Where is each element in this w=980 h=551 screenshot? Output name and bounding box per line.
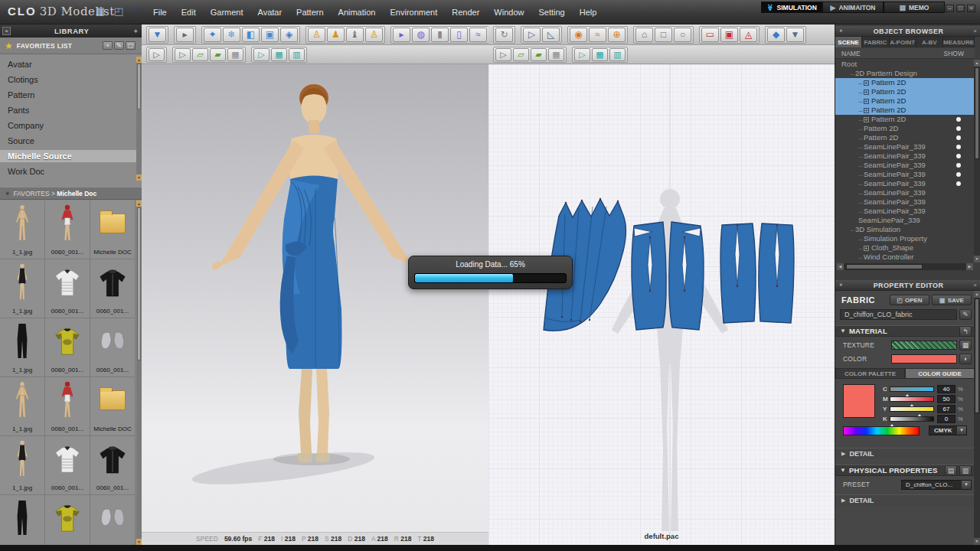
visibility-dot-icon[interactable] (956, 145, 961, 149)
color-swatch[interactable] (891, 354, 957, 364)
tab-scene[interactable]: SCENE (835, 37, 862, 47)
avatar-skeleton-icon[interactable]: ♝ (346, 28, 364, 42)
simulation-button[interactable]: ≫SIMULATION (761, 2, 822, 13)
tree-item-pattern-2d[interactable]: ---Pattern 2D (835, 106, 975, 115)
library-item-pants[interactable]: 1_1.jpg (0, 495, 45, 545)
rectangle-tool-icon[interactable]: □ (655, 28, 672, 42)
library-item-tee[interactable]: 0060_001... (45, 495, 90, 545)
avatar-walk-icon[interactable]: ♙ (308, 28, 325, 42)
texture-browse-icon[interactable]: ▦ (959, 340, 972, 350)
library-close-icon[interactable]: × (2, 27, 11, 35)
value-k[interactable]: 0 (937, 415, 956, 423)
tree-item-simulation-property[interactable]: ---Simulation Property (835, 234, 975, 243)
menu-garment[interactable]: Garment (211, 8, 243, 17)
fabric-name-field[interactable]: D_chiffon_CLO_fabric (840, 309, 957, 320)
library-item-tee[interactable]: 0060_001... (45, 318, 90, 377)
edit-favorite-button[interactable]: ✎ (114, 41, 124, 50)
material-detail-toggle[interactable]: ▶ DETAIL (835, 448, 975, 459)
avatar-pose-icon[interactable]: ♟ (327, 28, 345, 42)
menu-avatar[interactable]: Avatar (258, 8, 283, 17)
color-mode-dropdown[interactable]: CMYK ▼ (929, 425, 967, 435)
import-arrow-icon[interactable]: ▼ (149, 28, 166, 42)
visibility-dot-icon[interactable] (956, 163, 961, 168)
fabric-edit-icon[interactable]: ✎ (959, 309, 972, 320)
library-item-jacket[interactable]: 0060_001... (90, 259, 136, 318)
tree-item-seamlinepair_339[interactable]: ---SeamLinePair_339 (835, 188, 975, 197)
edit-curve-icon[interactable]: ≈ (589, 28, 606, 42)
quilt-icon[interactable]: ▣ (261, 28, 279, 42)
property-editor-pin-icon[interactable]: ✦ (838, 282, 844, 289)
menu-window[interactable]: Window (494, 8, 524, 17)
tree-item-pattern-2d[interactable]: ---Pattern 2D (835, 124, 975, 133)
physical-collapse-icon[interactable]: ▼ (840, 467, 846, 474)
library-item-polo[interactable]: 0060_001... (45, 259, 90, 318)
expand-plus-icon[interactable] (864, 117, 869, 122)
tree-item-wind-controller[interactable]: ---Wind Controller (835, 253, 975, 262)
library-item-avatar[interactable]: 1_1.jpg (0, 201, 45, 259)
object-browser-pin-icon[interactable]: ✦ (838, 28, 844, 34)
curve-tape-icon[interactable]: ≈ (469, 28, 487, 42)
menu-edit[interactable]: Edit (181, 8, 196, 17)
slider-track-y[interactable] (890, 406, 934, 412)
visibility-dot-icon[interactable] (956, 126, 961, 131)
fabric-save-button[interactable]: ▦SAVE (932, 295, 972, 305)
link-texture-2d-icon[interactable]: ▥ (609, 48, 626, 61)
visibility-dot-icon[interactable] (956, 135, 961, 140)
tree-item-pattern-2d[interactable]: ---Pattern 2D (835, 87, 975, 96)
rainbow-spectrum-bar[interactable] (843, 426, 920, 435)
thumbnail-scrollbar[interactable]: ▲▼ (136, 201, 142, 545)
sidebar-item-clotings[interactable]: Clotings (0, 73, 136, 86)
save-icon[interactable]: ▦ (93, 5, 107, 18)
select-texture-icon[interactable]: ▷ (253, 48, 270, 61)
tree-item-pattern-2d[interactable]: ---Pattern 2D (835, 115, 975, 124)
avatar-sit-icon[interactable]: ♙ (365, 28, 383, 42)
library-item-pants[interactable]: 1_1.jpg (0, 318, 45, 377)
tab-color-palette[interactable]: COLOR PALETTE (835, 368, 905, 379)
library-item-pads[interactable]: 0060_001... (90, 318, 136, 377)
library-item-folder[interactable]: Michelle DOC (90, 201, 136, 259)
animation-button[interactable]: ▶ANIMAITON (822, 2, 884, 13)
sidebar-item-michelle-source[interactable]: Michelle Source (0, 150, 136, 162)
visibility-dot-icon[interactable] (956, 172, 961, 177)
select-tape-icon[interactable]: ▸ (393, 28, 410, 42)
maximize-button[interactable]: □ (956, 5, 965, 12)
simulate-icon[interactable]: ✦ (204, 28, 221, 42)
sidebar-item-pattern[interactable]: Pattern (0, 89, 136, 101)
value-c[interactable]: 40 (937, 385, 956, 393)
tree-item-seamlinepair_339[interactable]: ---SeamLinePair_339 (835, 152, 975, 161)
garment-shirt-icon[interactable]: ◈ (280, 28, 298, 42)
tree-item-pattern-2d[interactable]: ---Pattern 2D (835, 133, 975, 142)
tree-horizontal-scrollbar[interactable]: ◀▶ (837, 263, 973, 270)
delete-favorite-button[interactable]: ▢ (126, 41, 136, 50)
sidebar-item-pants[interactable]: Pants (0, 104, 136, 116)
solidify-icon[interactable]: ◧ (242, 28, 260, 42)
edit-texture-2d-icon[interactable]: ▦ (592, 48, 608, 61)
expand-plus-icon[interactable] (864, 108, 869, 113)
edit-texture-icon[interactable]: ▦ (271, 48, 287, 61)
edit-point-icon[interactable]: ◉ (570, 28, 587, 42)
tree-item-seamlinepair_339[interactable]: ---SeamLinePair_339 (835, 179, 975, 188)
physical-save-icon[interactable]: ▥ (959, 465, 972, 476)
texture-swatch[interactable] (891, 341, 957, 350)
close-button[interactable]: × (967, 5, 975, 12)
tree-item-seamlinepair_339[interactable]: ---SeamLinePair_339 (835, 207, 975, 216)
menu-environment[interactable]: Environment (390, 8, 437, 17)
add-favorite-button[interactable]: + (103, 41, 113, 50)
visibility-dot-icon[interactable] (956, 181, 961, 186)
flatten-pattern-icon[interactable]: ▰ (210, 48, 226, 61)
menu-render[interactable]: Render (452, 8, 479, 17)
select-pattern-2d-icon[interactable]: ▷ (495, 48, 511, 61)
notch-dart-icon[interactable]: ◬ (740, 28, 757, 42)
tab-fabric[interactable]: FABRIC (862, 37, 889, 47)
library-item-folder[interactable]: Michelle DOC (90, 377, 136, 436)
expand-plus-icon[interactable] (864, 80, 869, 86)
tree-item-seamlinepair_339[interactable]: ---SeamLinePair_339 (835, 161, 975, 170)
sidebar-item-source[interactable]: Source (0, 135, 136, 147)
avatar-tape-icon[interactable]: ▮ (431, 28, 449, 42)
tab-a-bv[interactable]: A-BV (916, 37, 943, 47)
link-texture-icon[interactable]: ▥ (289, 48, 305, 61)
transform-point-icon[interactable]: ◺ (542, 28, 560, 42)
tab-color-guide[interactable]: COLOR GUIDE (905, 368, 975, 379)
show-3d-icon[interactable]: ▼ (786, 28, 804, 42)
minimize-button[interactable]: – (946, 5, 954, 12)
